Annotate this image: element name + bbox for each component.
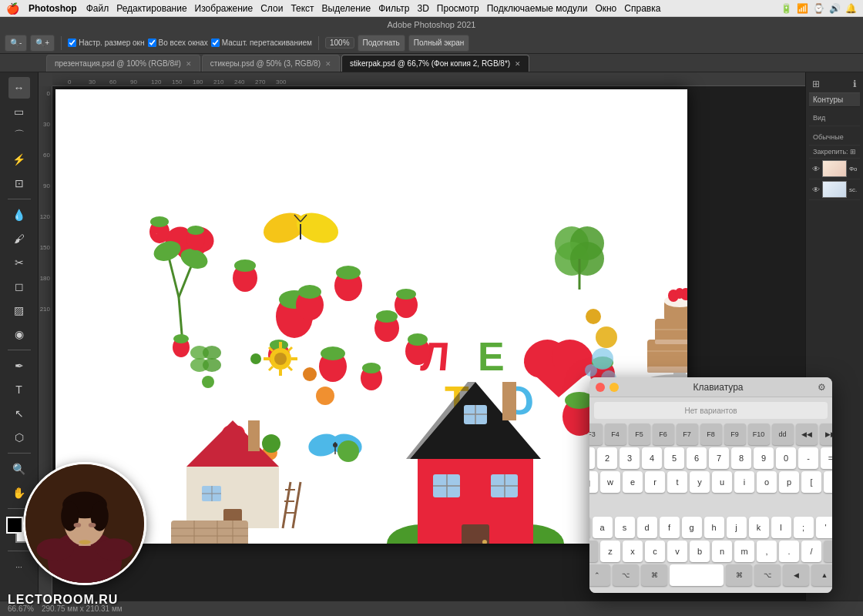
key-option-left[interactable]: ⌥ [613,564,639,586]
menu-image[interactable]: Изображение [195,3,254,14]
layer-item-1[interactable]: 👁 sc... [809,179,860,200]
key-capslock[interactable]: ⇪ [589,517,590,538]
close-tab-presentation[interactable]: ✕ [186,60,192,68]
menu-filter[interactable]: Фильтр [378,3,409,14]
fit-button[interactable]: Подогнать [358,35,405,52]
key-5[interactable]: 5 [664,447,684,469]
key-m[interactable]: m [734,541,754,562]
key-k[interactable]: k [749,517,769,538]
crop-tool[interactable]: ⊡ [8,172,30,194]
key-x[interactable]: x [623,541,643,562]
key-period[interactable]: . [779,541,799,562]
key-f8[interactable]: F8 [700,424,722,445]
fullscreen-button[interactable]: Полный экран [408,35,470,52]
key-slash[interactable]: / [801,541,821,562]
key-v[interactable]: v [667,541,687,562]
key-2[interactable]: 2 [597,447,617,469]
tab-presentation[interactable]: презентация.psd @ 100% (RGB/8#) ✕ [46,55,200,72]
key-comma[interactable]: , [757,541,777,562]
key-8[interactable]: 8 [731,447,751,469]
key-s[interactable]: s [615,517,635,538]
key-b[interactable]: b [690,541,710,562]
menu-plugins[interactable]: Подключаемые модули [487,3,588,14]
all-windows-check[interactable]: Во всех окнах [148,38,208,47]
eraser-tool[interactable]: ◻ [8,276,30,297]
menu-3d[interactable]: 3D [418,3,429,14]
foreground-color-swatch[interactable] [6,517,23,534]
key-0[interactable]: 0 [776,447,796,469]
key-f7[interactable]: F7 [677,424,698,445]
clone-tool[interactable]: ✂ [8,252,30,273]
layer-item-0[interactable]: 👁 Фо... [809,159,860,179]
key-f12[interactable]: ◀◀ [796,424,818,445]
dodge-tool[interactable]: ◉ [8,323,30,345]
key-1[interactable]: 1 [589,447,595,469]
tab-stikerpak[interactable]: stikerpak.psd @ 66,7% (Фон копия 2, RGB/… [341,55,529,72]
path-select-tool[interactable]: ↖ [8,403,30,424]
key-equals[interactable]: = [821,447,832,469]
panel-icon-1[interactable]: ⊞ [812,79,820,89]
gradient-tool[interactable]: ▨ [8,300,30,321]
key-7[interactable]: 7 [709,447,729,469]
key-f6[interactable]: F6 [653,424,674,445]
minimize-button[interactable] [609,383,619,392]
key-z[interactable]: z [600,541,620,562]
panel-icon-2[interactable]: ℹ [853,79,857,89]
eyedropper-tool[interactable]: 💧 [8,204,30,226]
menu-help[interactable]: Справка [624,3,660,14]
menu-window[interactable]: Окно [595,3,616,14]
drag-zoom-check[interactable]: Масшт. перетаскиванием [211,38,312,47]
key-cmd-left[interactable]: ⌘ [641,564,667,586]
fit-window-check[interactable]: Настр. размер окн [68,38,144,47]
more-tools[interactable]: ··· [8,556,30,578]
key-f4[interactable]: F4 [605,424,626,445]
key-p[interactable]: p [779,471,799,493]
key-r[interactable]: r [645,471,665,493]
key-rbracket[interactable]: ] [824,471,832,493]
shape-tool[interactable]: ⬡ [8,427,30,448]
key-6[interactable]: 6 [687,447,707,469]
key-d[interactable]: d [637,517,657,538]
key-y[interactable]: y [690,471,710,493]
zoom-in-button[interactable]: 🔍+ [30,35,55,52]
brush-tool[interactable]: 🖌 [8,228,30,249]
key-f10[interactable]: F10 [748,424,770,445]
menu-text[interactable]: Текст [290,3,314,14]
key-g[interactable]: g [682,517,702,538]
key-n[interactable]: n [712,541,732,562]
key-lbracket[interactable]: [ [801,471,821,493]
key-a[interactable]: a [593,517,613,538]
apple-menu[interactable]: 🍎 [6,2,19,15]
layer-visibility-1[interactable]: 👁 [812,186,820,194]
zoom-tool[interactable]: 🔍 [8,458,30,480]
hand-tool[interactable]: ✋ [8,482,30,504]
keyboard-gear-icon[interactable]: ⚙ [818,382,826,393]
pen-tool[interactable]: ✒ [8,355,30,377]
key-ctrl[interactable]: ⌃ [589,564,610,586]
text-tool[interactable]: T [8,379,30,400]
key-f11[interactable]: dd [772,424,794,445]
key-e[interactable]: e [623,471,643,493]
key-eject[interactable]: ▶▶ [820,424,833,445]
key-j[interactable]: j [727,517,747,538]
key-f5[interactable]: F5 [629,424,650,445]
key-c[interactable]: c [645,541,665,562]
magic-wand-tool[interactable]: ⚡ [8,149,30,170]
menu-edit[interactable]: Редактирование [116,3,186,14]
key-o[interactable]: o [757,471,777,493]
key-h[interactable]: h [704,517,724,538]
key-space[interactable] [670,564,724,586]
tab-stickers[interactable]: стикеры.psd @ 50% (3, RGB/8) ✕ [202,55,340,72]
key-3[interactable]: 3 [620,447,640,469]
menu-select[interactable]: Выделение [322,3,371,14]
zoom-out-button[interactable]: 🔍- [5,35,27,52]
close-button[interactable] [596,383,605,392]
key-cmd-right[interactable]: ⌘ [726,564,752,586]
key-f[interactable]: f [660,517,680,538]
key-semicolon[interactable]: ; [794,517,814,538]
close-tab-stickers[interactable]: ✕ [325,60,331,68]
key-shift-left[interactable]: ⇧ [589,541,598,562]
selection-tool[interactable]: ▭ [8,101,30,122]
key-u[interactable]: u [712,471,732,493]
key-w[interactable]: w [600,471,620,493]
